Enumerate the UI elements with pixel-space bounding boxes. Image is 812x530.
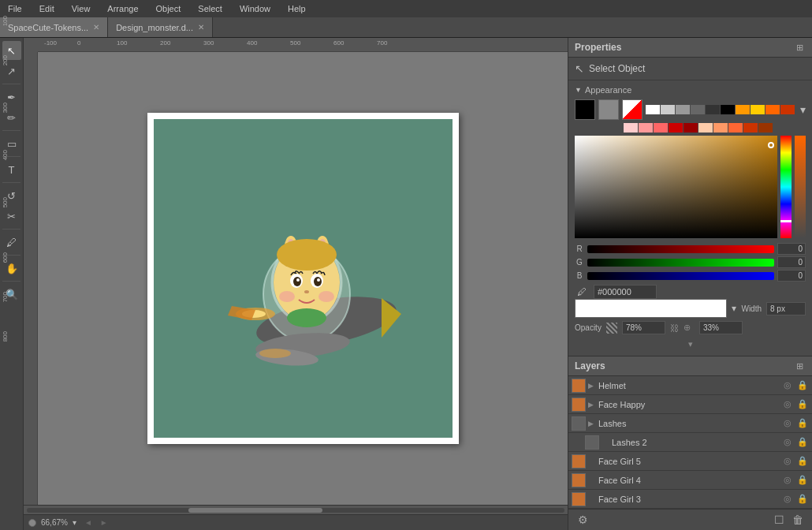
color-swatch-cell[interactable] (706, 105, 720, 114)
color-swatch-cell[interactable] (721, 105, 735, 114)
color-grid-expand-btn[interactable]: ▾ (800, 103, 806, 116)
zoom-dropdown-arrow[interactable]: ▾ (73, 518, 76, 527)
layers-delete-btn[interactable]: 🗑 (790, 512, 806, 528)
r-slider[interactable] (587, 245, 774, 253)
hue-strip[interactable] (780, 136, 792, 238)
menu-item-arrange[interactable]: Arrange (104, 2, 141, 15)
color-swatch-cell[interactable] (728, 123, 743, 132)
appearance-section-header[interactable]: ▼ Appearance (575, 85, 806, 95)
color-picker-area (575, 136, 806, 238)
blend-mode-icon[interactable]: ⊕ (683, 323, 695, 334)
color-swatch-cell[interactable] (743, 123, 758, 132)
color-gradient-picker[interactable] (575, 136, 777, 238)
layer-lock-btn[interactable]: 🔒 (796, 493, 809, 506)
layer-visibility-btn[interactable]: ◎ (781, 436, 794, 449)
layer-visibility-btn[interactable]: ◎ (781, 417, 794, 430)
color-swatch-cell[interactable] (758, 123, 773, 132)
menu-item-file[interactable]: File (5, 2, 25, 15)
layers-panel-expand-btn[interactable]: ⊞ (793, 360, 806, 372)
color-swatch-cell[interactable] (646, 105, 660, 114)
layer-lock-btn[interactable]: 🔒 (796, 398, 809, 411)
layers-new-btn[interactable]: ☐ (771, 512, 787, 528)
tab-1[interactable]: SpaceCute-Tokens... ✕ (0, 17, 108, 37)
layer-thumbnail (585, 435, 599, 450)
b-slider[interactable] (587, 272, 774, 280)
layer-lock-btn[interactable]: 🔒 (796, 379, 809, 392)
color-swatch-cell[interactable] (698, 123, 713, 132)
layer-item[interactable]: ▶Face Happy◎🔒 (568, 395, 812, 414)
scrollbar-thumb[interactable] (188, 508, 323, 513)
g-slider[interactable] (587, 259, 774, 267)
properties-panel-menu-btn[interactable]: ⊞ (793, 41, 806, 54)
tab-2-close[interactable]: ✕ (198, 23, 204, 32)
g-input[interactable] (777, 256, 806, 268)
fill-swatch-black[interactable] (575, 99, 595, 120)
canvas-content-row: 100 200 300 400 500 600 700 800 (24, 52, 568, 505)
type-tool-btn[interactable]: T (2, 160, 21, 179)
width-label: Width (741, 304, 762, 313)
layer-lock-btn[interactable]: 🔒 (796, 474, 809, 487)
layer-expand-arrow[interactable]: ▶ (588, 420, 596, 427)
ruler-mark-100: 100 (117, 39, 127, 47)
opacity-row: Opacity ⛓ ⊕ (575, 321, 806, 334)
layer-item[interactable]: ▶Helmet◎🔒 (568, 376, 812, 395)
color-swatch-cell[interactable] (661, 105, 675, 114)
stroke-dropdown-arrow[interactable]: ▾ (732, 303, 736, 314)
layer-visibility-btn[interactable]: ◎ (781, 455, 794, 468)
r-input[interactable] (777, 243, 806, 255)
layer-visibility-btn[interactable]: ◎ (781, 379, 794, 392)
hex-input[interactable] (594, 285, 657, 299)
stroke-swatch-gray[interactable] (598, 99, 619, 120)
svg-point-22 (279, 291, 295, 302)
color-swatch-cell[interactable] (669, 123, 683, 132)
layer-item[interactable]: Lashes 2◎🔒 (568, 433, 812, 452)
layer-visibility-btn[interactable]: ◎ (781, 474, 794, 487)
b-input[interactable] (777, 270, 806, 282)
layer-lock-btn[interactable]: 🔒 (796, 455, 809, 468)
layer-expand-arrow[interactable]: ▶ (588, 401, 596, 409)
tab-1-close[interactable]: ✕ (93, 23, 99, 32)
menu-item-select[interactable]: Select (195, 2, 225, 15)
width-input[interactable] (766, 302, 806, 315)
menu-item-edit[interactable]: Edit (36, 2, 58, 15)
layers-settings-btn[interactable]: ⚙ (575, 512, 590, 528)
opacity-input[interactable] (622, 321, 665, 334)
color-swatch-cell[interactable] (639, 123, 653, 132)
color-swatch-cell[interactable] (765, 105, 780, 114)
horizontal-scrollbar[interactable] (24, 505, 568, 514)
blend-input[interactable] (699, 321, 743, 334)
layer-visibility-btn[interactable]: ◎ (781, 493, 794, 506)
color-swatch-cell[interactable] (780, 105, 795, 114)
alpha-strip[interactable] (795, 136, 806, 238)
none-swatch[interactable] (622, 99, 643, 120)
layer-item[interactable]: Face Girl 3◎🔒 (568, 490, 812, 509)
color-swatch-cell[interactable] (624, 123, 638, 132)
menu-item-view[interactable]: View (69, 2, 94, 15)
layer-lock-btn[interactable]: 🔒 (796, 417, 809, 430)
color-swatch-cell[interactable] (676, 105, 690, 114)
color-swatch-cell[interactable] (683, 123, 698, 132)
menu-item-help[interactable]: Help (285, 2, 309, 15)
expand-arrow-btn[interactable]: ▾ (575, 338, 806, 351)
layer-item[interactable]: Face Girl 5◎🔒 (568, 452, 812, 471)
layer-lock-btn[interactable]: 🔒 (796, 436, 809, 449)
tab-2[interactable]: Design_monster.d... ✕ (108, 17, 213, 37)
color-swatch-cell[interactable] (654, 123, 668, 132)
eyedropper-tool-btn[interactable]: 🖊 (2, 233, 21, 252)
color-swatch-cell[interactable] (751, 105, 765, 114)
color-swatch-cell[interactable] (691, 105, 705, 114)
color-swatch-cell[interactable] (736, 105, 750, 114)
stroke-swatch[interactable] (575, 299, 727, 318)
layer-item[interactable]: ▶Lashes◎🔒 (568, 414, 812, 433)
canvas-art-board[interactable] (154, 119, 453, 438)
color-swatch-cell[interactable] (713, 123, 728, 132)
menu-item-window[interactable]: Window (237, 2, 274, 15)
menu-item-object[interactable]: Object (153, 2, 184, 15)
canvas-scroll[interactable] (38, 52, 568, 505)
eyedropper-btn[interactable]: 🖊 (575, 285, 589, 299)
layer-visibility-btn[interactable]: ◎ (781, 398, 794, 411)
scissors-tool-btn[interactable]: ✂ (2, 207, 21, 226)
layer-item[interactable]: Face Girl 4◎🔒 (568, 471, 812, 490)
ruler-horizontal: -100 0 100 200 300 400 500 600 700 (38, 38, 568, 52)
layer-expand-arrow[interactable]: ▶ (588, 382, 596, 390)
